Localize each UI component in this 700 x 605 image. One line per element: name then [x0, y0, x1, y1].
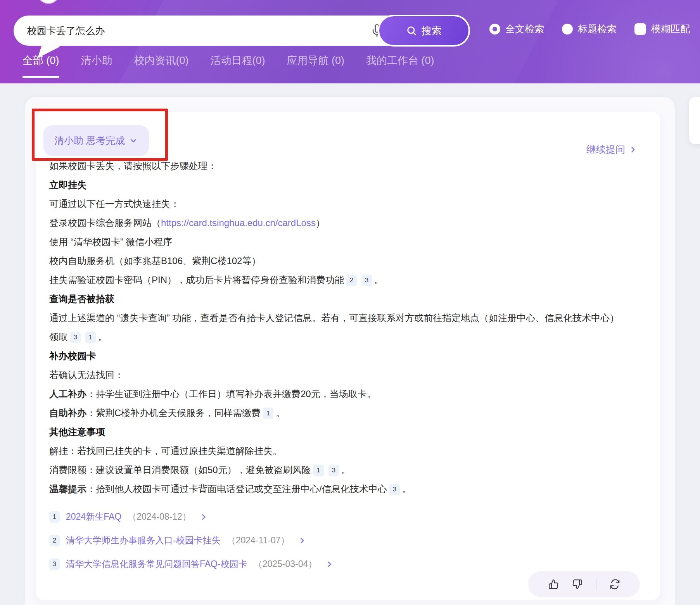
checkbox-icon	[634, 23, 646, 35]
reference-number-badge: 3	[49, 558, 60, 570]
assistant-status-pill[interactable]: 清小助 思考完成	[43, 125, 149, 156]
result-tabs: 全部 (0) 清小助 校内资讯(0) 活动日程(0) 应用导航 (0) 我的工作…	[22, 54, 434, 78]
continue-asking-label: 继续提问	[586, 143, 625, 156]
citation-chip[interactable]: 1	[313, 465, 324, 476]
citation-chip[interactable]: 3	[361, 275, 372, 286]
answer-line: 若确认无法找回：	[49, 365, 641, 384]
answer-text: ：持学生证到注册中心（工作日）填写补办表并缴费20元，当场取卡。	[86, 389, 376, 399]
reference-number-badge: 2	[49, 535, 60, 546]
answer-text: 领取	[49, 332, 68, 342]
reference-item: 2 清华大学师生办事服务入口-校园卡挂失 （2024-11-07）	[49, 529, 641, 552]
header: 校园卡丢了怎么办 搜索 全文检索 标题检索	[0, 0, 700, 83]
university-emblem-partial	[38, 0, 59, 3]
citation-chip[interactable]: 1	[85, 332, 96, 343]
answer-line: 挂失需验证校园卡密码（PIN），成功后卡片将暂停身份查验和消费功能23。	[49, 270, 641, 289]
continue-asking-link[interactable]: 继续提问	[586, 143, 637, 156]
answer-line: 人工补办：持学生证到注册中心（工作日）填写补办表并缴费20元，当场取卡。	[49, 384, 641, 403]
heading-other-notes: 其他注意事项	[49, 422, 641, 441]
answer-line: 温馨提示：拾到他人校园卡可通过卡背面电话登记或交至注册中心/信息化技术中心3。	[49, 479, 641, 498]
bold-lead: 温馨提示	[49, 484, 86, 494]
option-title-search[interactable]: 标题检索	[562, 22, 617, 35]
period: 。	[341, 465, 351, 475]
tab-events[interactable]: 活动日程(0)	[211, 54, 265, 78]
bold-lead: 自助补办	[49, 408, 86, 418]
thumbs-up-icon[interactable]	[548, 579, 559, 589]
tab-campus-news[interactable]: 校内资讯(0)	[134, 54, 189, 78]
radio-icon	[562, 24, 573, 35]
chevron-right-icon[interactable]	[325, 560, 333, 568]
assistant-status-label: 清小助 思考完成	[54, 134, 125, 147]
radio-selected-icon	[489, 24, 500, 35]
answer-line: 使用 “清华校园卡” 微信小程序	[49, 232, 641, 251]
citation-chip[interactable]: 2	[346, 275, 357, 286]
answer-text: ：紫荆C楼补办机全天候服务，同样需缴费	[86, 408, 261, 418]
reference-item: 1 2024新生FAQ （2024-08-12）	[49, 505, 641, 529]
reference-date: （2024-08-12）	[128, 511, 191, 523]
thumbs-down-icon[interactable]	[572, 579, 582, 589]
search-options: 全文检索 标题检索 模糊匹配	[489, 22, 690, 35]
option-title-label: 标题检索	[578, 22, 617, 35]
chevron-right-icon[interactable]	[298, 537, 306, 544]
answer-text: 消费限额：建议设置单日消费限额（如50元），避免被盗刷风险	[49, 465, 311, 475]
period: 。	[276, 408, 285, 418]
heading-check-found: 查询是否被拾获	[49, 289, 641, 308]
answer-intro: 如果校园卡丢失，请按照以下步骤处理：	[49, 156, 641, 175]
search-results-page: 校园卡丢了怎么办 搜索 全文检索 标题检索	[0, 0, 700, 605]
answer-text: 挂失需验证校园卡密码（PIN），成功后卡片将暂停身份查验和消费功能	[49, 275, 344, 285]
reference-link[interactable]: 2024新生FAQ	[66, 511, 121, 523]
period: 。	[98, 332, 107, 342]
chevron-down-icon	[129, 136, 138, 145]
search-button[interactable]: 搜索	[378, 15, 470, 47]
citation-chip[interactable]: 3	[328, 465, 339, 476]
chevron-right-icon[interactable]	[200, 513, 207, 521]
answer-line: 消费限额：建议设置单日消费限额（如50元），避免被盗刷风险13。	[49, 460, 641, 479]
period: 。	[402, 484, 411, 494]
citation-chip[interactable]: 3	[70, 332, 81, 343]
citation-chip[interactable]: 3	[389, 484, 400, 495]
citation-chip[interactable]: 1	[263, 408, 273, 419]
heading-report-loss: 立即挂失	[49, 175, 641, 194]
link-pre-text: 登录校园卡综合服务网站（	[49, 218, 161, 228]
heading-replace-card: 补办校园卡	[49, 346, 641, 365]
option-fulltext-search[interactable]: 全文检索	[489, 22, 544, 35]
feedback-toolbar	[528, 571, 640, 597]
answer-line: 自助补办：紫荆C楼补办机全天候服务，同样需缴费1。	[49, 403, 641, 422]
floating-side-widget[interactable]	[689, 97, 700, 144]
reference-date: （2024-11-07）	[227, 534, 290, 546]
answer-body: 如果校园卡丢失，请按照以下步骤处理： 立即挂失 可通过以下任一方式快速挂失： 登…	[49, 156, 641, 498]
cardloss-url-link[interactable]: https://card.tsinghua.edu.cn/cardLoss	[161, 218, 316, 228]
tab-app-nav[interactable]: 应用导航 (0)	[287, 54, 345, 78]
chevron-right-icon	[629, 146, 637, 154]
option-fuzzy-match[interactable]: 模糊匹配	[634, 22, 690, 35]
answer-line: 校内自助服务机（如李兆基B106、紫荆C楼102等）	[49, 251, 641, 270]
search-bar: 校园卡丢了怎么办 搜索	[14, 16, 469, 46]
option-fuzzy-label: 模糊匹配	[651, 22, 690, 35]
bold-lead: 人工补办	[49, 389, 86, 399]
answer-line: 通过上述渠道的 “遗失卡查询” 功能，查看是否有拾卡人登记信息。若有，可直接联系…	[49, 308, 641, 327]
answer-card-header: 清小助 思考完成 继续提问	[49, 125, 641, 156]
answer-line: 领取31。	[49, 327, 641, 346]
reference-number-badge: 1	[49, 511, 60, 523]
search-icon	[406, 25, 417, 36]
answer-line: 可通过以下任一方式快速挂失：	[49, 194, 641, 213]
option-fulltext-label: 全文检索	[505, 22, 544, 35]
answer-line-with-link: 登录校园卡综合服务网站（https://card.tsinghua.edu.cn…	[49, 213, 641, 232]
regenerate-icon[interactable]	[610, 579, 620, 589]
answer-line: 解挂：若找回已挂失的卡，可通过原挂失渠道解除挂失。	[49, 441, 641, 460]
reference-date: （2025-03-04）	[254, 558, 317, 570]
period: 。	[374, 275, 384, 285]
ai-answer-card: 清小助 思考完成 继续提问 如果校园卡丢失，请按照以下步骤处理： 立即挂失 可通…	[36, 112, 660, 600]
search-input[interactable]: 校园卡丢了怎么办	[27, 16, 361, 46]
tab-qing-assistant[interactable]: 清小助	[81, 54, 112, 78]
reference-link[interactable]: 清华大学信息化服务常见问题回答FAQ-校园卡	[66, 558, 247, 570]
answer-text: ：拾到他人校园卡可通过卡背面电话登记或交至注册中心/信息化技术中心	[86, 484, 387, 494]
search-button-label: 搜索	[422, 24, 442, 38]
toolbar-divider	[596, 579, 596, 590]
link-post-text: ）	[316, 218, 325, 228]
tab-my-workbench[interactable]: 我的工作台 (0)	[366, 54, 434, 78]
reference-link[interactable]: 清华大学师生办事服务入口-校园卡挂失	[66, 534, 221, 546]
reference-list: 1 2024新生FAQ （2024-08-12） 2 清华大学师生办事服务入口-…	[49, 505, 641, 576]
